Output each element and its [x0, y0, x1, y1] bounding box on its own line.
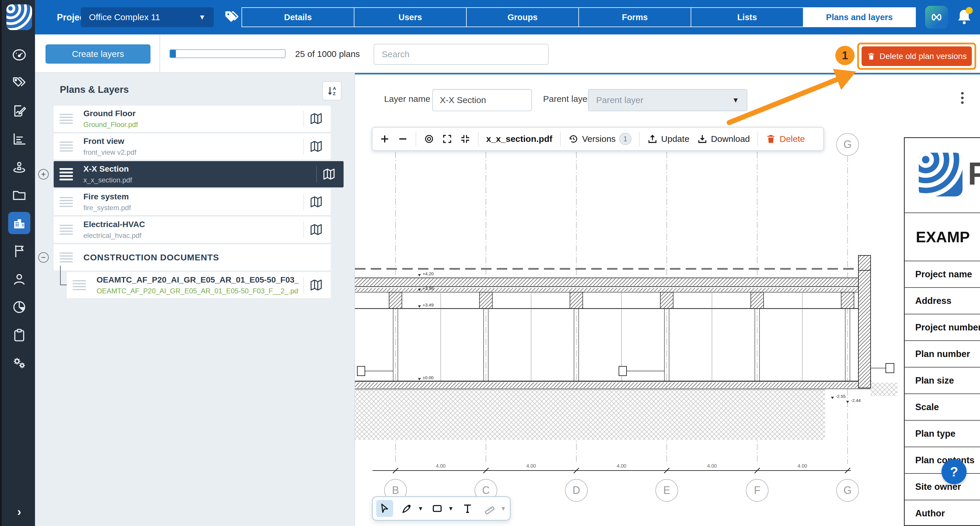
delete-old-label: Delete old plan versions: [880, 52, 967, 61]
svg-text:-2.44: -2.44: [851, 398, 861, 403]
create-layers-button[interactable]: Create layers: [46, 45, 151, 64]
svg-text:F: F: [754, 484, 760, 496]
sidebar-item-ticket-edit[interactable]: [2, 97, 37, 125]
history-icon: [568, 134, 579, 144]
plan-meta: Fire systemfire_system.pdf: [83, 192, 299, 212]
search-input[interactable]: [374, 44, 549, 65]
tab-plans-and-layers[interactable]: Plans and layers: [803, 7, 916, 27]
zoom-out-button[interactable]: [398, 134, 408, 144]
tab-bar: DetailsUsersGroupsFormsListsPlans and la…: [242, 7, 916, 27]
titleblock-brand-text: P: [968, 155, 980, 192]
sidebar-item-user[interactable]: [2, 265, 37, 293]
chevron-down-icon[interactable]: ▼: [501, 505, 506, 512]
project-selector[interactable]: Office Complex 11 ▼: [81, 7, 214, 27]
measure-tool-button[interactable]: ▼: [481, 500, 506, 517]
plan-meta: Front viewfront_view v2.pdf: [83, 137, 299, 156]
sidebar-item-folder[interactable]: [2, 181, 37, 209]
tab-forms[interactable]: Forms: [578, 7, 691, 27]
buildings-icon: [12, 215, 27, 231]
svg-text:±0.00: ±0.00: [423, 375, 433, 380]
sidebar-expand-chevron[interactable]: ›: [2, 505, 37, 518]
plan-row[interactable]: Front viewfront_view v2.pdf: [54, 133, 331, 160]
drag-handle-icon[interactable]: [59, 168, 73, 180]
connect-app-icon[interactable]: [925, 6, 948, 29]
viewer-toolbar: x_x_section.pdf Versions 1 Update Downlo…: [372, 127, 824, 151]
sort-az-button[interactable]: A Z: [322, 81, 342, 100]
collapse-icon: [460, 134, 471, 144]
minus-icon: [398, 134, 408, 144]
tab-groups[interactable]: Groups: [466, 7, 579, 27]
chevron-down-icon[interactable]: ▼: [448, 505, 454, 512]
text-tool-button[interactable]: [459, 500, 476, 517]
map-icon[interactable]: [310, 140, 323, 153]
tab-users[interactable]: Users: [354, 7, 467, 27]
update-button[interactable]: Update: [647, 134, 689, 144]
sidebar-item-person-pin[interactable]: [2, 153, 37, 181]
divider: [303, 277, 304, 293]
tab-details[interactable]: Details: [242, 7, 355, 27]
svg-text:4.00: 4.00: [526, 463, 536, 469]
expand-toggle[interactable]: +: [38, 169, 49, 180]
sidebar-item-buildings[interactable]: [2, 209, 37, 237]
center-view-button[interactable]: [424, 134, 434, 144]
plan-row[interactable]: X-X Sectionx_x_section.pdf: [54, 161, 344, 187]
planradar-logo[interactable]: [6, 5, 32, 30]
plan-row[interactable]: Fire systemfire_system.pdf: [54, 189, 331, 215]
sidebar-item-flag[interactable]: [2, 237, 37, 265]
map-icon[interactable]: [323, 168, 336, 181]
panel-title: Plans & Layers: [60, 84, 129, 95]
plan-meta: X-X Sectionx_x_section.pdf: [83, 164, 312, 184]
project-selector-value: Office Complex 11: [89, 12, 160, 22]
plan-meta: OEAMTC_AF_P20_AI_GR_E05_AR_01_E05-50_F03…: [97, 275, 299, 295]
plan-row[interactable]: Ground FloorGround_Floor.pdf: [54, 106, 331, 132]
plan-file-name: OEAMTC_AF_P20_AI_GR_E05_AR_01_E05-50_F03…: [97, 287, 299, 295]
shape-tool-button[interactable]: ▼: [429, 500, 454, 517]
expand-toggle[interactable]: −: [38, 252, 49, 263]
plan-folder-row[interactable]: CONSTRUCTION DOCUMENTS: [54, 244, 331, 271]
fit-to-screen-button[interactable]: [460, 134, 471, 144]
action-bar: Create layers 25 of 1000 plans 1 Delete …: [35, 34, 980, 73]
logo-arcs-icon: [6, 5, 32, 30]
tab-lists[interactable]: Lists: [690, 7, 803, 27]
panel-header: Plans & Layers A Z: [35, 73, 355, 105]
drag-handle-icon[interactable]: [59, 252, 73, 262]
plan-row[interactable]: OEAMTC_AF_P20_AI_GR_E05_AR_01_E05-50_F03…: [67, 272, 331, 298]
plans-usage-text: 25 of 1000 plans: [295, 49, 360, 59]
versions-button[interactable]: Versions 1: [568, 133, 632, 145]
delete-old-plan-versions-button[interactable]: Delete old plan versions: [862, 46, 972, 66]
svg-text:4.00: 4.00: [707, 463, 717, 469]
drag-handle-icon[interactable]: [59, 142, 73, 151]
annotation-highlight-box: Delete old plan versions: [857, 43, 976, 70]
sidebar-item-settings-gears[interactable]: [2, 349, 37, 377]
fullscreen-button[interactable]: [442, 134, 452, 144]
sidebar-item-dashboard[interactable]: [2, 41, 37, 69]
download-button[interactable]: Download: [697, 134, 750, 144]
sidebar-item-stats[interactable]: [2, 125, 37, 153]
pen-tool-button[interactable]: ▼: [398, 500, 423, 517]
drag-handle-icon[interactable]: [59, 197, 73, 207]
sidebar-item-tags[interactable]: [2, 69, 37, 97]
drag-handle-icon[interactable]: [59, 114, 73, 124]
svg-text:+4.20: +4.20: [423, 271, 434, 276]
map-icon[interactable]: [310, 196, 323, 209]
drag-handle-icon[interactable]: [73, 280, 86, 290]
tags-icon[interactable]: [224, 10, 240, 25]
plan-row[interactable]: Electrical-HVACelectrical_hvac.pdf: [54, 217, 331, 243]
help-button[interactable]: ?: [942, 459, 967, 484]
chevron-down-icon[interactable]: ▼: [418, 505, 423, 512]
sidebar-item-clipboard[interactable]: [2, 321, 37, 349]
drag-handle-icon[interactable]: [59, 225, 73, 235]
notifications-bell-icon[interactable]: [955, 8, 973, 27]
zoom-in-button[interactable]: [379, 134, 390, 144]
map-icon[interactable]: [310, 279, 323, 292]
plan-detail: Layer name Parent layer Parent layer ▼: [355, 73, 980, 526]
settings-gears-icon: [12, 355, 27, 371]
sidebar-item-pie-chart[interactable]: [2, 293, 37, 321]
tags-icon: [12, 75, 27, 91]
fullscreen-icon: [442, 134, 452, 144]
map-icon[interactable]: [310, 223, 323, 236]
map-icon[interactable]: [310, 112, 323, 125]
chevron-down-icon: ▼: [199, 13, 205, 21]
select-tool-button[interactable]: [376, 500, 393, 517]
delete-plan-button[interactable]: Delete: [766, 134, 805, 144]
